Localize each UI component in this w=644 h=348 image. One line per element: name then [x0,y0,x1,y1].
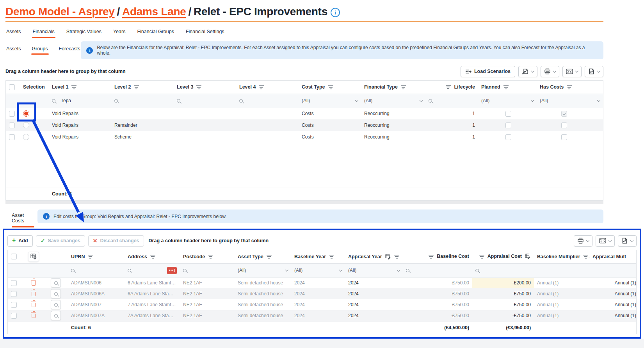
col-address[interactable]: Address [125,250,180,263]
asset-cost-row[interactable]: ADAMSLN007A 7A Adams Lane Stamf... NE2 1… [8,310,637,321]
code-export-button[interactable] [562,66,582,77]
filter-address[interactable]: ••• [125,263,180,277]
tab-asset-costs[interactable]: Asset Costs [5,210,37,227]
filter-financial-type[interactable]: (All) [361,94,425,108]
delete-row-icon[interactable] [32,303,36,307]
col-baseline-cost[interactable]: Baseline Cost [403,250,472,263]
row-checkbox[interactable] [11,280,17,286]
tab-financials[interactable]: Financials [32,27,55,38]
appraisal-cost-cell[interactable]: -£200.00 [472,277,534,288]
info-icon[interactable]: i [331,8,340,17]
subtab-assets[interactable]: Assets [5,45,22,55]
col-appraisal-multiplier[interactable]: Appraisal Mult [589,250,637,263]
load-scenarios-button[interactable]: Load Scenarios [461,66,515,77]
delete-row-icon[interactable] [32,314,36,318]
filter-icon[interactable] [88,254,93,259]
filter-uprn[interactable] [68,263,125,277]
subtab-groups[interactable]: Groups [31,45,49,55]
col-level1[interactable]: Level 1 [49,81,111,94]
asset-cost-row[interactable]: ADAMSLN006A 6A Adams Lane Stamf... NE2 1… [8,288,637,299]
batch-edit-icon[interactable] [385,254,391,259]
appraisal-cost-cell[interactable]: -£750.00 [472,310,534,321]
delete-row-icon[interactable] [32,292,36,296]
filter-icon[interactable] [150,254,155,259]
row-lookup-button[interactable] [51,278,61,288]
filter-icon[interactable] [394,254,399,259]
filter-icon[interactable] [134,85,139,89]
asset-cost-row[interactable]: ADAMSLN006 6 Adams Lane Stamfor... NE2 1… [8,277,637,288]
appraisal-cost-cell[interactable]: -£750.00 [472,299,534,310]
row-lookup-button[interactable] [51,311,61,320]
filter-icon[interactable] [401,85,406,89]
planned-checkbox[interactable] [505,134,511,140]
col-financial-type[interactable]: Financial Type [361,81,425,94]
filter-icon[interactable] [329,254,334,259]
filter-appraisal-year[interactable]: (All) [345,263,403,277]
filter-asset-type[interactable]: (All) [235,263,291,277]
col-postcode[interactable]: Postcode [180,250,235,263]
horizontal-scrollbar[interactable] [5,201,603,204]
col-asset-type[interactable]: Asset Type [235,250,291,263]
print-button[interactable] [574,235,592,247]
col-level2[interactable]: Level 2 [111,81,174,94]
filter-icon[interactable] [503,85,509,89]
filter-icon[interactable] [328,85,333,89]
filter-appraisal-cost[interactable] [472,263,534,277]
print-button[interactable] [541,66,559,77]
discard-changes-button[interactable]: ✕Discard changes [88,235,144,247]
col-lifecycle[interactable]: Lifecycle [425,81,478,94]
filter-level1[interactable]: repa [49,94,111,108]
filter-icon[interactable] [267,254,272,259]
subtab-forecasts[interactable]: Forecasts [58,45,81,55]
row-checkbox[interactable] [11,291,17,297]
filter-postcode[interactable] [180,263,235,277]
group-row[interactable]: Void Repairs Scheme Costs Reoccurring 1 [6,131,603,143]
row-checkbox[interactable] [9,123,15,128]
filter-level4[interactable] [236,94,299,108]
filter-cost-type[interactable]: (All) [299,94,361,108]
filter-baseline-year[interactable]: (All) [291,263,345,277]
has-costs-checkbox[interactable] [561,111,567,117]
col-level3[interactable]: Level 3 [174,81,236,94]
selection-radio[interactable] [23,110,29,117]
tab-financial-settings[interactable]: Financial Settings [185,27,225,38]
filter-lifecycle[interactable] [425,94,478,108]
asset-cost-row[interactable]: ADAMSLN007 7 Adams Lane Stamfor... NE2 1… [8,299,637,310]
row-checkbox[interactable] [9,111,15,117]
col-cost-type[interactable]: Cost Type [299,81,361,94]
selection-radio[interactable] [23,134,29,140]
col-baseline-year[interactable]: Baseline Year [291,250,345,263]
col-level4[interactable]: Level 4 [236,81,299,94]
tab-years[interactable]: Years [112,27,126,38]
selection-radio[interactable] [23,122,29,128]
filter-planned[interactable]: (All) [478,94,537,108]
ellipsis-badge[interactable]: ••• [167,267,177,274]
appraisal-cost-cell[interactable]: -£750.00 [472,288,534,299]
add-button[interactable]: +Add [7,235,33,247]
image-export-button[interactable] [585,66,603,77]
clear-filters-button[interactable] [28,252,39,262]
group-row[interactable]: Void Repairs Remainder Costs Reoccurring… [6,119,603,131]
filter-icon[interactable] [208,254,213,259]
save-changes-button[interactable]: ✓Save changes [36,235,85,247]
filter-level2[interactable] [111,94,174,108]
has-costs-checkbox[interactable] [561,123,567,128]
filter-icon[interactable] [429,254,434,259]
filter-level3[interactable] [174,94,236,108]
has-costs-checkbox[interactable] [561,134,567,140]
breadcrumb-link-scheme[interactable]: Adams Lane [122,5,186,18]
delete-row-icon[interactable] [32,281,36,286]
col-planned[interactable]: Planned [478,81,537,94]
planned-checkbox[interactable] [505,123,511,128]
col-uprn[interactable]: UPRN [68,250,125,263]
col-appraisal-cost[interactable]: Appraisal Cost [472,250,534,263]
filter-icon[interactable] [583,254,588,259]
breadcrumb-link-model[interactable]: Demo Model - Asprey [5,5,115,18]
tab-strategic-values[interactable]: Strategic Values [66,27,102,38]
col-has-costs[interactable]: Has Costs [537,81,603,94]
col-baseline-multiplier[interactable]: Baseline Multiplier [534,250,589,263]
filter-icon[interactable] [479,254,484,259]
code-export-button[interactable] [596,235,615,247]
batch-edit-icon[interactable] [525,254,531,259]
tab-assets[interactable]: Assets [5,27,22,38]
